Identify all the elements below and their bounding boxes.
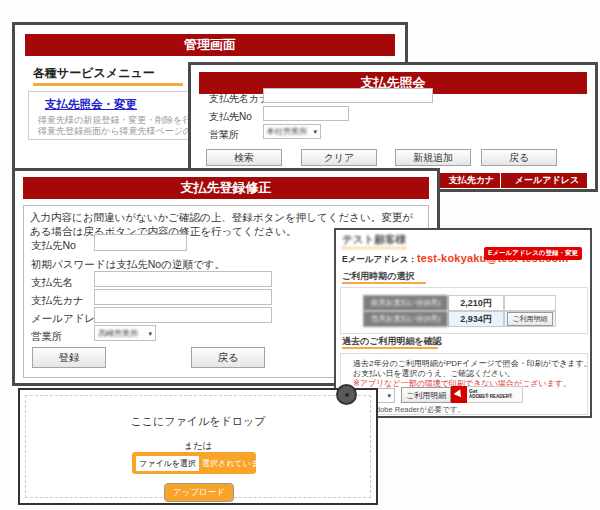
search-button[interactable]: 検索: [206, 149, 282, 166]
drop-zone-text: ここにファイルをドロップ: [20, 414, 376, 429]
payment-row-action: [504, 295, 556, 311]
usage-detail-button[interactable]: ご利用明細: [507, 312, 552, 326]
edit-title: 支払先登録修正: [181, 180, 272, 195]
file-select-button[interactable]: ファイルを選択: [136, 456, 199, 471]
floating-circle-button[interactable]: [336, 384, 357, 405]
payment-row-amount: 2,210円: [448, 295, 504, 311]
chevron-down-icon: ▾: [148, 330, 152, 337]
customer-name: テスト顧客様: [342, 233, 406, 249]
period-heading-underline: [342, 282, 426, 284]
office-label: 営業所: [209, 128, 239, 142]
file-upload-window[interactable]: ここにファイルをドロップ または ファイルを選択 選択されていません アップロー…: [18, 388, 378, 505]
results-col-kana: 支払先カナ: [443, 173, 501, 188]
payment-row: 前月お支払い分(8月) 2,210円: [363, 295, 556, 311]
page-title: 管理画面: [184, 37, 236, 52]
office-select-value: 本社営業所: [267, 126, 307, 137]
office-select[interactable]: 本社営業所 ▾: [263, 124, 321, 139]
payment-row: 当月お支払い分(9月) 2,934円 ご利用明細: [363, 311, 556, 327]
results-col-email: メールアドレス: [501, 173, 593, 188]
edit-office-select-value: 高崎営業所: [98, 328, 138, 339]
payment-table-box: 前月お支払い分(8月) 2,210円 当月お支払い分(9月) 2,934円 ご利…: [340, 287, 588, 334]
edit-payee-no-input[interactable]: [94, 234, 187, 251]
payee-kana-label: 支払先名カナ: [209, 92, 269, 106]
circle-button-dot: [345, 393, 349, 397]
password-note: 初期パスワードは支払先Noの逆順です。: [31, 258, 225, 272]
edit-payee-no-label: 支払先No: [31, 239, 76, 253]
back-button-inquiry[interactable]: 戻る: [481, 149, 557, 166]
payment-row-amount: 2,934円: [448, 311, 504, 327]
screen: 管理画面 各種サービスメニュー 支払先照会・変更 得意先様の新規登録・変更・削除…: [0, 0, 600, 510]
service-menu-heading: 各種サービスメニュー: [33, 65, 155, 82]
payment-row-label: 当月お支払い分(9月): [363, 311, 448, 327]
adobe-badge-line2: ADOBE® READER®: [469, 394, 520, 399]
past-heading-underline: [342, 347, 438, 349]
edit-office-label: 営業所: [31, 330, 63, 344]
edit-email-input[interactable]: [94, 307, 272, 323]
file-select-bar[interactable]: ファイルを選択 選択されていません: [132, 452, 256, 474]
chevron-down-icon: ▾: [387, 392, 391, 399]
chevron-down-icon: ▾: [313, 128, 317, 135]
back-button-edit[interactable]: 戻る: [191, 347, 265, 368]
payee-inquiry-link[interactable]: 支払先照会・変更: [45, 97, 137, 112]
clear-button[interactable]: クリア: [301, 149, 377, 166]
register-button[interactable]: 登録: [32, 347, 106, 368]
edit-payee-name-label: 支払先名: [31, 276, 73, 290]
payee-kana-input[interactable]: [263, 88, 433, 103]
edit-payee-kana-input[interactable]: [94, 289, 272, 305]
admin-window-title-bar: 管理画面: [25, 34, 395, 56]
payee-no-label: 支払先No: [209, 110, 252, 124]
add-new-button[interactable]: 新規追加: [395, 149, 471, 166]
payment-row-label: 前月お支払い分(8月): [363, 295, 448, 311]
edit-payee-kana-label: 支払先カナ: [31, 294, 84, 308]
upload-button[interactable]: アップロード: [164, 483, 234, 502]
file-select-status: 選択されていません: [202, 458, 275, 469]
email-change-button[interactable]: Eメールアドレスの登録・変更: [484, 247, 582, 260]
adobe-reader-badge[interactable]: Get ADOBE® READER®: [451, 386, 523, 403]
edit-payee-name-input[interactable]: [94, 271, 272, 287]
adobe-pdf-icon: [451, 386, 467, 403]
menu-heading-underline: [33, 83, 183, 86]
payee-no-input[interactable]: [263, 106, 349, 121]
email-label: Eメールアドレス：: [342, 254, 417, 264]
pdf-detail-button[interactable]: ご利用明細: [401, 387, 451, 403]
edit-title-bar: 支払先登録修正: [23, 177, 429, 199]
payment-row-action: ご利用明細: [504, 311, 556, 327]
adobe-note: Adobe Readerが必要です。: [371, 405, 465, 415]
edit-office-select[interactable]: 高崎営業所 ▾: [94, 325, 156, 341]
